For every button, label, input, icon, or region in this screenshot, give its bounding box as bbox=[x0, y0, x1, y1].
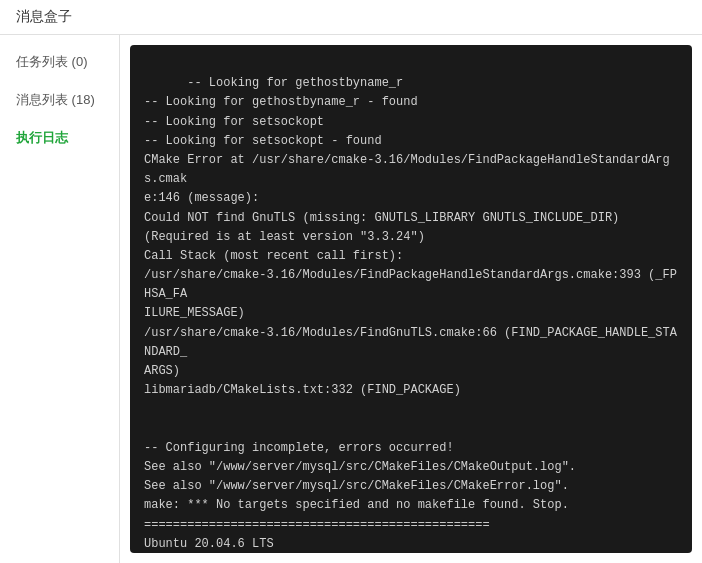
title-bar: 消息盒子 bbox=[0, 0, 702, 35]
sidebar-item-exec-log[interactable]: 执行日志 bbox=[0, 119, 119, 157]
sidebar: 任务列表 (0) 消息列表 (18) 执行日志 bbox=[0, 35, 120, 563]
main-container: 任务列表 (0) 消息列表 (18) 执行日志 -- Looking for g… bbox=[0, 35, 702, 563]
sidebar-item-task-list[interactable]: 任务列表 (0) bbox=[0, 43, 119, 81]
log-container[interactable]: -- Looking for gethostbyname_r -- Lookin… bbox=[130, 45, 692, 553]
sidebar-item-message-list[interactable]: 消息列表 (18) bbox=[0, 81, 119, 119]
log-text: -- Looking for gethostbyname_r -- Lookin… bbox=[144, 76, 677, 553]
title-text: 消息盒子 bbox=[16, 8, 72, 24]
content-area: -- Looking for gethostbyname_r -- Lookin… bbox=[120, 35, 702, 563]
